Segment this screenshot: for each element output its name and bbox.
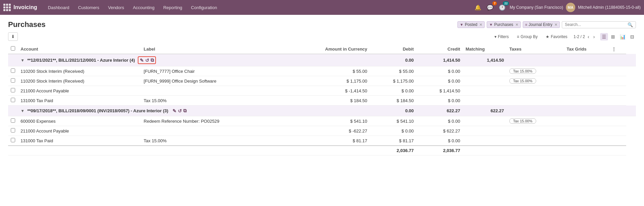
row-options: [609, 116, 626, 126]
nav-menu: Dashboard Customers Vendors Accounting R…: [44, 3, 472, 12]
row-debit: $ 184.50: [370, 96, 416, 106]
row-checkbox-cell[interactable]: [8, 86, 18, 96]
row-taxes: [507, 96, 564, 106]
search-box[interactable]: 🔍: [562, 21, 636, 28]
group-options: [626, 54, 636, 66]
pagination-next[interactable]: ›: [592, 33, 596, 40]
table-header-row: Account Label Amount in Currency Debit C…: [8, 44, 636, 54]
row-amount-currency: $ 541.10: [285, 116, 370, 126]
groupby-button[interactable]: ≡ Group By: [515, 33, 540, 40]
group-edit-icon[interactable]: ✎: [140, 58, 144, 63]
filter-purchases-close[interactable]: ✕: [515, 23, 518, 27]
row-credit: $ 0.00: [416, 66, 463, 76]
filters-label: Filters: [498, 34, 509, 39]
search-icon[interactable]: 🔍: [627, 22, 633, 27]
summary-empty-3: [141, 146, 286, 155]
brand[interactable]: Invoicing: [3, 4, 37, 11]
row-account: 211000 Account Payable: [18, 126, 141, 136]
group-label: **09/17/2018**, BILL/2018/09/0001 (INV/2…: [27, 108, 168, 113]
row-label: [FURN_7777] Office Chair: [141, 66, 286, 76]
filters-icon: ▾: [494, 34, 496, 39]
view-chart-icon[interactable]: 📊: [618, 33, 627, 40]
row-checkbox[interactable]: [11, 98, 15, 102]
nav-reporting[interactable]: Reporting: [159, 3, 186, 12]
filter-purchases-label: Purchases: [494, 22, 513, 27]
group-copy-icon-2[interactable]: ⧉: [183, 108, 187, 114]
row-checkbox[interactable]: [11, 68, 15, 73]
messaging-icon[interactable]: 💬 7: [485, 3, 495, 12]
view-list-icon[interactable]: ☰: [600, 33, 608, 40]
group-actions: ✎ ↺ ⧉: [138, 56, 156, 64]
row-checkbox-cell[interactable]: [8, 136, 18, 146]
row-checkbox-cell[interactable]: [8, 116, 18, 126]
row-account: 131000 Tax Paid: [18, 96, 141, 106]
favorites-button[interactable]: ★ Favorites: [544, 33, 569, 40]
th-options: ⋮: [609, 44, 626, 54]
group-label-cell: ▼ **09/17/2018**, BILL/2018/09/0001 (INV…: [18, 106, 370, 116]
th-checkbox[interactable]: [8, 44, 18, 54]
row-account: 600000 Expenses: [18, 116, 141, 126]
activity-icon[interactable]: 🕐 22: [497, 3, 507, 12]
group-reset-icon[interactable]: ↺: [145, 58, 149, 63]
row-checkbox-cell[interactable]: [8, 66, 18, 76]
nav-vendors[interactable]: Vendors: [104, 3, 128, 12]
summary-empty-8: [609, 146, 626, 155]
avatar[interactable]: MA: [566, 3, 575, 12]
group-debit: 622.27: [416, 106, 463, 116]
row-checkbox-cell[interactable]: [8, 76, 18, 86]
row-debit: $ 55.00: [370, 66, 416, 76]
row-checkbox[interactable]: [11, 128, 15, 133]
nav-configuration[interactable]: Configuration: [187, 3, 221, 12]
row-checkbox-cell[interactable]: [8, 126, 18, 136]
topnav-right: 🔔 💬 7 🕐 22 My Company (San Francisco) MA…: [473, 3, 641, 12]
filter-je-close[interactable]: ✕: [554, 23, 557, 27]
group-edit-icon-2[interactable]: ✎: [172, 108, 176, 114]
nav-accounting[interactable]: Accounting: [129, 3, 158, 12]
row-tax-grids: [564, 96, 609, 106]
row-checkbox[interactable]: [11, 78, 15, 83]
search-input[interactable]: [565, 22, 627, 27]
row-amount-currency: $ -622.27: [285, 126, 370, 136]
group-amount-currency: 0.00: [370, 106, 416, 116]
filter-posted-close[interactable]: ✕: [479, 23, 482, 27]
company-name: My Company (San Francisco): [510, 5, 563, 10]
group-chevron-icon[interactable]: ▼: [21, 109, 25, 113]
filter-tag-posted[interactable]: ▼ Posted ✕: [457, 21, 485, 28]
row-matching: [463, 116, 507, 126]
row-amount-currency: $ -1,414.50: [285, 86, 370, 96]
filter-purchases-icon: ▼: [489, 23, 493, 27]
summary-empty-7: [564, 146, 609, 155]
row-options: [609, 66, 626, 76]
row-checkbox[interactable]: [11, 118, 15, 123]
notification-bell[interactable]: 🔔: [473, 3, 483, 12]
row-checkbox[interactable]: [11, 88, 15, 92]
row-checkbox[interactable]: [11, 138, 15, 142]
nav-dashboard[interactable]: Dashboard: [44, 3, 73, 12]
group-copy-icon[interactable]: ⧉: [151, 57, 154, 63]
group-label-cell: ▼ **12/01/2021**, BILL/2021/12/0001 - Az…: [18, 54, 370, 66]
table-body: ▼ **12/01/2021**, BILL/2021/12/0001 - Az…: [8, 54, 636, 155]
filter-tag-purchases[interactable]: ▼ Purchases ✕: [487, 21, 521, 28]
summary-row: 2,036.77 2,036.77: [8, 146, 636, 155]
groupby-icon: ≡: [517, 34, 519, 39]
group-reset-icon-2[interactable]: ↺: [178, 108, 182, 114]
view-pivot-icon[interactable]: ⊟: [629, 33, 636, 40]
row-checkbox-cell[interactable]: [8, 96, 18, 106]
filter-tag-journal-entry[interactable]: ≡ Journal Entry ✕: [523, 21, 560, 28]
group-row-1: ▼ **09/17/2018**, BILL/2018/09/0001 (INV…: [8, 106, 636, 116]
select-all-checkbox[interactable]: [11, 46, 15, 51]
table-row: 211000 Account Payable $ -622.27 $ 0.00 …: [8, 126, 636, 136]
row-taxes: Tax 15.00%: [507, 66, 564, 76]
row-tax-grids: [564, 66, 609, 76]
pagination-prev[interactable]: ‹: [586, 33, 591, 40]
group-chevron-icon[interactable]: ▼: [21, 58, 25, 63]
apps-icon[interactable]: [3, 4, 11, 11]
table-row: 600000 Expenses Redeem Reference Number:…: [8, 116, 636, 126]
data-table: Account Label Amount in Currency Debit C…: [8, 44, 636, 155]
view-grid-icon[interactable]: ⊞: [609, 33, 617, 40]
row-debit: $ 541.10: [370, 116, 416, 126]
filters-button[interactable]: ▾ Filters: [492, 33, 511, 40]
nav-customers[interactable]: Customers: [74, 3, 103, 12]
row-tax-grids: [564, 116, 609, 126]
download-button[interactable]: ⬇: [8, 32, 18, 41]
